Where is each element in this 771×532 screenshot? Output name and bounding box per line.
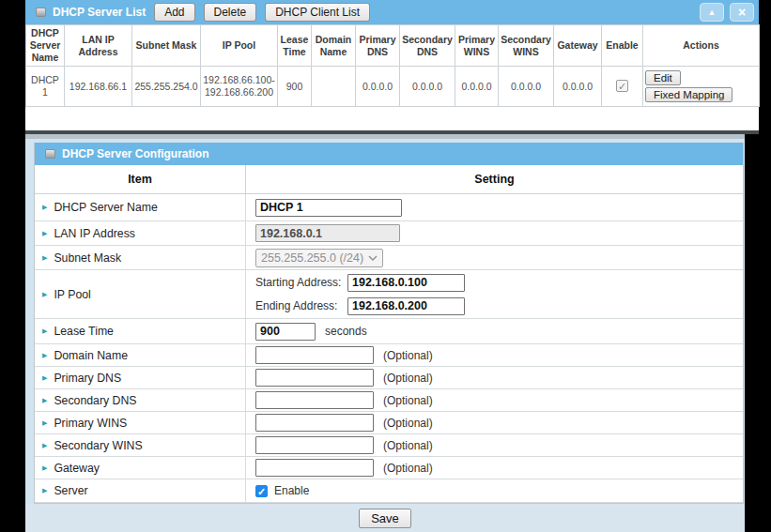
- save-button[interactable]: Save: [359, 509, 411, 528]
- dhcp-server-table: DHCP Server Name LAN IP Address Subnet M…: [25, 24, 760, 107]
- row-primary-wins: ▶Primary WINS (Optional): [35, 412, 743, 434]
- col-domain-name: Domain Name: [312, 25, 356, 67]
- cell-primary-wins: 0.0.0.0: [455, 67, 499, 107]
- panel-icon: [45, 149, 55, 159]
- list-toolbar: Add Delete DHCP Client List: [154, 3, 370, 22]
- list-panel-title: DHCP Server List: [53, 6, 146, 19]
- cell-domain-name: [312, 67, 356, 107]
- row-server: ▶Server ✓ Enable: [35, 479, 743, 503]
- secondary-dns-input[interactable]: [255, 391, 374, 409]
- config-footer: Save: [25, 504, 745, 532]
- bullet-arrow-icon: ▶: [42, 487, 47, 494]
- row-secondary-wins: ▶Secondary WINS (Optional): [35, 434, 743, 457]
- field-label: Subnet Mask: [54, 251, 121, 265]
- bullet-arrow-icon: ▶: [42, 352, 47, 359]
- screenshot-canvas: DHCP Server List Add Delete DHCP Client …: [0, 0, 771, 532]
- cell-actions: Edit Fixed Mapping: [643, 67, 760, 107]
- optional-hint: (Optional): [383, 417, 433, 430]
- fixed-mapping-button[interactable]: Fixed Mapping: [645, 87, 732, 102]
- optional-hint: (Optional): [383, 439, 433, 452]
- optional-hint: (Optional): [383, 349, 433, 362]
- col-primary-wins: Primary WINS: [455, 25, 499, 67]
- field-label: Lease Time: [54, 325, 114, 338]
- window-controls: ▲ ×: [700, 3, 754, 22]
- bullet-arrow-icon: ▶: [42, 204, 47, 211]
- row-ip-pool: ▶IP Pool Starting Address: Ending Addres…: [35, 270, 743, 319]
- field-label: LAN IP Address: [54, 227, 135, 240]
- close-icon: ×: [738, 6, 746, 19]
- col-lan-ip-address: LAN IP Address: [65, 25, 132, 67]
- delete-button[interactable]: Delete: [204, 3, 257, 22]
- primary-wins-input[interactable]: [255, 414, 374, 432]
- col-lease-time: Lease Time: [278, 25, 312, 67]
- cell-enable: ✓: [602, 67, 643, 107]
- col-actions: Actions: [643, 25, 760, 67]
- chevron-down-icon: [368, 255, 378, 261]
- dhcp-server-configuration-section: DHCP Server Configuration Item Setting ▶…: [25, 134, 745, 532]
- lease-time-input[interactable]: [255, 323, 316, 341]
- cell-lease-time: 900: [278, 67, 312, 107]
- field-label: Secondary WINS: [54, 439, 142, 452]
- top-gray-band: [25, 134, 745, 139]
- cell-subnet-mask: 255.255.254.0: [132, 67, 201, 107]
- field-label: DHCP Server Name: [54, 201, 157, 214]
- row-subnet-mask: ▶Subnet Mask 255.255.255.0 (/24): [35, 246, 743, 270]
- secondary-wins-input[interactable]: [255, 436, 374, 454]
- lan-ip-address-input: [255, 224, 400, 242]
- add-button[interactable]: Add: [154, 3, 194, 22]
- field-label: Server: [54, 484, 87, 497]
- field-label: Gateway: [54, 462, 100, 475]
- panel-icon: [36, 8, 46, 17]
- ending-address-input[interactable]: [347, 297, 465, 315]
- field-label: Primary WINS: [54, 417, 127, 430]
- row-dhcp-server-name: ▶DHCP Server Name: [35, 194, 743, 221]
- col-gateway: Gateway: [554, 25, 602, 67]
- close-button[interactable]: ×: [730, 3, 754, 22]
- bullet-arrow-icon: ▶: [42, 397, 47, 404]
- primary-dns-input[interactable]: [255, 369, 374, 387]
- optional-hint: (Optional): [383, 394, 433, 407]
- dhcp-server-configuration-panel: DHCP Server Configuration Item Setting ▶…: [34, 143, 744, 504]
- cell-gateway: 0.0.0.0: [554, 67, 602, 107]
- ip-pool-line2: 192.168.66.200: [205, 86, 273, 98]
- gateway-input[interactable]: [255, 459, 374, 477]
- col-secondary-dns: Secondary DNS: [400, 25, 455, 67]
- row-lease-time: ▶Lease Time seconds: [35, 319, 743, 344]
- setting-column-header: Setting: [246, 165, 743, 193]
- server-enable-checkbox[interactable]: ✓: [255, 485, 268, 497]
- cell-ip-pool: 192.168.66.100- 192.168.66.200: [201, 67, 278, 107]
- bullet-arrow-icon: ▶: [42, 374, 47, 382]
- col-dhcp-server-name: DHCP Server Name: [26, 25, 65, 67]
- cell-dhcp-server-name: DHCP 1: [26, 67, 65, 107]
- bullet-arrow-icon: ▶: [42, 442, 47, 449]
- subnet-mask-select-disabled: 255.255.255.0 (/24): [255, 249, 383, 267]
- list-panel-titlebar: DHCP Server List Add Delete DHCP Client …: [25, 0, 759, 24]
- cell-secondary-dns: 0.0.0.0: [400, 67, 455, 107]
- item-column-header: Item: [35, 165, 246, 193]
- row-secondary-dns: ▶Secondary DNS (Optional): [35, 389, 743, 412]
- col-subnet-mask: Subnet Mask: [132, 25, 201, 67]
- collapse-icon: ▲: [708, 8, 717, 17]
- bullet-arrow-icon: ▶: [42, 291, 47, 298]
- ending-address-label: Ending Address:: [255, 299, 347, 312]
- edit-button[interactable]: Edit: [645, 70, 681, 85]
- dhcp-client-list-button[interactable]: DHCP Client List: [265, 3, 370, 22]
- starting-address-input[interactable]: [347, 274, 465, 292]
- collapse-button[interactable]: ▲: [700, 3, 724, 22]
- starting-address-label: Starting Address:: [255, 276, 347, 289]
- bullet-arrow-icon: ▶: [42, 464, 47, 472]
- bullet-arrow-icon: ▶: [42, 230, 47, 237]
- col-primary-dns: Primary DNS: [356, 25, 400, 67]
- bullet-arrow-icon: ▶: [42, 419, 47, 427]
- row-gateway: ▶Gateway (Optional): [35, 457, 743, 479]
- table-row: DHCP 1 192.168.66.1 255.255.254.0 192.16…: [26, 67, 760, 107]
- col-ip-pool: IP Pool: [201, 25, 278, 67]
- row-primary-dns: ▶Primary DNS (Optional): [35, 367, 743, 389]
- config-panel-title: DHCP Server Configuration: [62, 147, 208, 160]
- config-panel-titlebar: DHCP Server Configuration: [35, 143, 743, 165]
- cell-lan-ip-address: 192.168.66.1: [65, 67, 132, 107]
- domain-name-input[interactable]: [255, 346, 374, 364]
- row-lan-ip-address: ▶LAN IP Address: [35, 221, 743, 246]
- dhcp-server-name-input[interactable]: [255, 199, 402, 217]
- dhcp-server-list-panel: DHCP Server List Add Delete DHCP Client …: [25, 0, 759, 130]
